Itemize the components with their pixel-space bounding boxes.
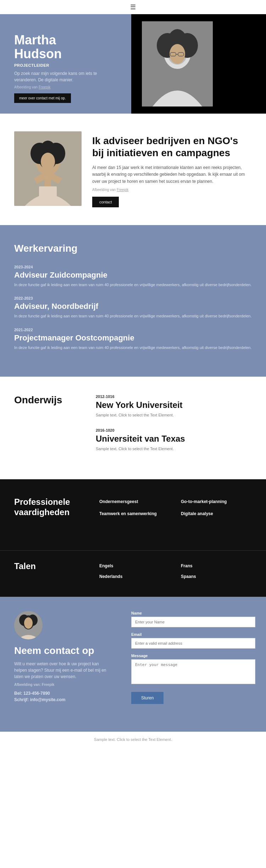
form-message-group: Message — [131, 654, 255, 686]
hero-freepik-link[interactable]: Freepik — [39, 85, 50, 89]
hero-left-panel: Martha Hudson Projectleider Op zoek naar… — [0, 14, 131, 114]
education-heading: Onderwijs — [14, 394, 85, 406]
experience-desc-1: In deze functie gaf ik leiding aan een t… — [14, 313, 252, 319]
about-body: Al meer dan 15 jaar werk ik met internat… — [92, 164, 252, 185]
contact-left-panel: Neem contact op Wilt u meer weten over h… — [0, 597, 121, 732]
skills-left: Professionele vaardigheden — [14, 497, 85, 533]
hamburger-menu-icon[interactable]: ☰ — [130, 3, 136, 11]
education-item-0: 2012-1016 New York Universiteit Sample t… — [96, 394, 252, 418]
svg-point-6 — [170, 44, 185, 64]
contact-form-panel: Name Email Message Sturen — [121, 597, 266, 732]
education-section: Onderwijs 2012-1016 New York Universitei… — [0, 377, 266, 479]
experience-year-2: 2021-2022 — [14, 328, 252, 332]
contact-image-credit: Afbeelding van: Freepik — [14, 683, 110, 687]
form-email-label: Email — [131, 632, 255, 637]
contact-email: Schrijf: info@mysite.com — [14, 697, 110, 702]
svg-point-16 — [41, 153, 55, 170]
about-section: Ik adviseer bedrijven en NGO's bij initi… — [0, 114, 266, 225]
hero-portrait — [142, 21, 213, 107]
languages-grid: Engels Frans Nederlands Spaans — [99, 561, 252, 579]
education-right: 2012-1016 New York Universiteit Sample t… — [96, 394, 252, 462]
experience-item-0: 2023-2024 Adviseur Zuidcompagnie In deze… — [14, 265, 252, 288]
experience-item-2: 2021-2022 Projectmanager Oostcompagnie I… — [14, 328, 252, 351]
about-portrait-svg — [14, 131, 82, 206]
hero-button[interactable]: meer over contact met mij op. — [14, 93, 71, 103]
education-year-1: 2016-1020 — [96, 428, 252, 432]
languages-left: Talen — [14, 561, 85, 579]
form-name-input[interactable] — [131, 617, 255, 627]
education-left: Onderwijs — [14, 394, 85, 462]
form-name-group: Name — [131, 611, 255, 627]
experience-year-1: 2022-2023 — [14, 296, 252, 300]
skill-item-1: Go-to-market-planning — [181, 499, 252, 504]
experience-year-0: 2023-2024 — [14, 265, 252, 269]
education-item-1: 2016-1020 Universiteit van Texas Sample … — [96, 428, 252, 452]
footer-text: Sample text. Click to select the Text El… — [94, 737, 172, 742]
form-message-label: Message — [131, 654, 255, 658]
form-submit-button[interactable]: Sturen — [131, 692, 164, 704]
education-school-0: New York Universiteit — [96, 400, 252, 410]
about-freepik-link[interactable]: Freepik — [117, 188, 128, 192]
contact-avatar-svg — [14, 611, 43, 639]
contact-description: Wilt u meer weten over hoe ik uw project… — [14, 661, 110, 680]
lang-item-0: Engels — [99, 563, 170, 568]
form-email-input[interactable] — [131, 638, 255, 649]
experience-desc-2: In deze functie gaf ik leiding aan een t… — [14, 345, 252, 351]
about-content: Ik adviseer bedrijven en NGO's bij initi… — [92, 131, 252, 207]
languages-section: Talen Engels Frans Nederlands Spaans — [0, 550, 266, 597]
skills-grid: Ondernemersgeest Go-to-market-planning T… — [99, 497, 252, 533]
hero-right-panel — [131, 14, 266, 114]
skills-section: Professionele vaardigheden Ondernemersge… — [0, 479, 266, 550]
about-contact-button[interactable]: contact — [92, 197, 119, 207]
experience-title-1: Adviseur, Noordbedrijf — [14, 302, 252, 311]
lang-item-1: Frans — [181, 563, 252, 568]
experience-section: Werkervaring 2023-2024 Adviseur Zuidcomp… — [0, 225, 266, 377]
about-heading: Ik adviseer bedrijven en NGO's bij initi… — [92, 135, 252, 159]
education-desc-0: Sample text. Click to select the Text El… — [96, 412, 252, 418]
svg-point-25 — [24, 617, 33, 629]
about-image — [14, 131, 82, 206]
experience-desc-0: In deze functie gaf ik leiding aan een t… — [14, 282, 252, 288]
lang-item-2: Nederlands — [99, 574, 170, 579]
hero-image-credit: Afbeelding van Freepik — [14, 85, 121, 89]
contact-avatar — [14, 611, 43, 639]
contact-phone: Bel: 123-456-7890 — [14, 691, 110, 696]
lang-item-3: Spaans — [181, 574, 252, 579]
education-school-1: Universiteit van Texas — [96, 434, 252, 444]
about-image-credit: Afbeelding van Freepik — [92, 188, 252, 192]
topbar: ☰ — [0, 0, 266, 14]
form-email-group: Email — [131, 632, 255, 649]
form-message-input[interactable] — [131, 659, 255, 684]
hero-portrait-svg — [142, 21, 213, 107]
experience-title-0: Adviseur Zuidcompagnie — [14, 271, 252, 280]
education-desc-1: Sample text. Click to select the Text El… — [96, 446, 252, 452]
experience-heading: Werkervaring — [14, 243, 252, 254]
hero-subtitle: Projectleider — [14, 63, 121, 67]
contact-heading: Neem contact op — [14, 645, 110, 656]
hero-section: Martha Hudson Projectleider Op zoek naar… — [0, 14, 266, 114]
skill-item-2: Teamwerk en samenwerking — [99, 511, 170, 516]
experience-item-1: 2022-2023 Adviseur, Noordbedrijf In deze… — [14, 296, 252, 319]
svg-rect-20 — [39, 186, 57, 206]
hero-name: Martha Hudson — [14, 33, 121, 61]
form-name-label: Name — [131, 611, 255, 615]
skill-item-3: Digitale analyse — [181, 511, 252, 516]
languages-heading: Talen — [14, 561, 85, 571]
skill-item-0: Ondernemersgeest — [99, 499, 170, 504]
footer: Sample text. Click to select the Text El… — [0, 732, 266, 747]
skills-heading: Professionele vaardigheden — [14, 497, 85, 518]
experience-title-2: Projectmanager Oostcompagnie — [14, 333, 252, 343]
hero-description: Op zoek naar mijn volgende kans om iets … — [14, 70, 121, 83]
contact-section: Neem contact op Wilt u meer weten over h… — [0, 597, 266, 732]
education-year-0: 2012-1016 — [96, 394, 252, 399]
